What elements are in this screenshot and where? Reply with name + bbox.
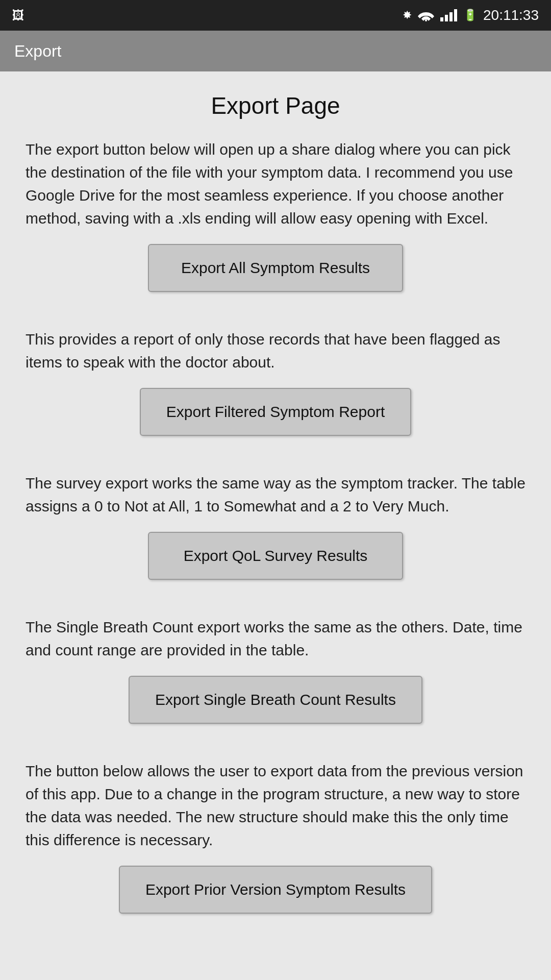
svg-point-0: [425, 19, 427, 21]
gallery-icon: 🖼: [12, 8, 24, 22]
export-single-breath-count-button[interactable]: Export Single Breath Count Results: [129, 676, 422, 724]
section-2-description: This provides a report of only those rec…: [26, 328, 525, 374]
section-5-description: The button below allows the user to expo…: [26, 760, 525, 851]
section-2: This provides a report of only those rec…: [26, 328, 525, 461]
export-all-symptom-results-button[interactable]: Export All Symptom Results: [148, 244, 403, 292]
section-3-description: The survey export works the same way as …: [26, 472, 525, 518]
status-bar-left: 🖼: [12, 8, 24, 22]
section-3: The survey export works the same way as …: [26, 472, 525, 605]
export-qol-survey-results-button[interactable]: Export QoL Survey Results: [148, 532, 403, 580]
main-content: Export Page The export button below will…: [0, 71, 551, 980]
wifi-icon: [418, 9, 434, 21]
page-title: Export Page: [211, 92, 340, 119]
bluetooth-icon: ✸: [403, 9, 412, 22]
status-bar: 🖼 ✸ 🔋 20:11:33: [0, 0, 551, 31]
export-prior-version-button[interactable]: Export Prior Version Symptom Results: [119, 866, 432, 914]
status-bar-right: ✸ 🔋 20:11:33: [403, 7, 539, 23]
app-bar: Export: [0, 31, 551, 71]
app-bar-title: Export: [14, 42, 61, 61]
export-filtered-symptom-report-button[interactable]: Export Filtered Symptom Report: [140, 388, 411, 436]
battery-icon: 🔋: [463, 9, 477, 22]
signal-bars: [440, 9, 457, 21]
section-1-description: The export button below will open up a s…: [26, 138, 525, 230]
section-1: The export button below will open up a s…: [26, 138, 525, 317]
status-time: 20:11:33: [483, 7, 539, 23]
section-4-description: The Single Breath Count export works the…: [26, 616, 525, 662]
section-4: The Single Breath Count export works the…: [26, 616, 525, 749]
section-5: The button below allows the user to expo…: [26, 760, 525, 939]
